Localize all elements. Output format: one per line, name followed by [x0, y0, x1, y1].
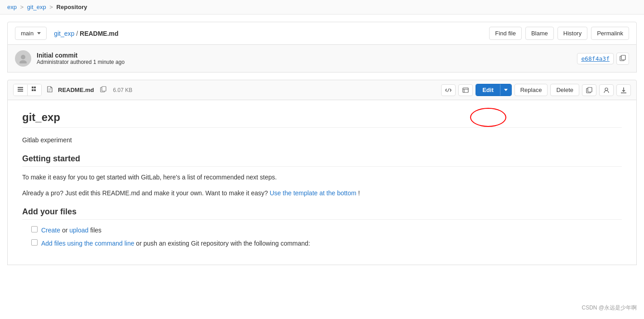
svg-rect-10: [34, 89, 36, 91]
svg-rect-17: [463, 88, 468, 92]
svg-rect-9: [32, 89, 34, 91]
raw-view-button[interactable]: [458, 84, 473, 96]
file-info-left: README.md 6.07 KB: [13, 84, 132, 96]
readme-list: Create or upload files Add files using t…: [31, 225, 622, 248]
breadcrumb-git-exp[interactable]: git_exp: [27, 4, 46, 10]
edit-dropdown-button[interactable]: [500, 84, 511, 96]
avatar: [15, 50, 31, 67]
copy-filename-button[interactable]: [98, 85, 108, 95]
svg-rect-3: [621, 55, 625, 60]
svg-rect-15: [102, 87, 106, 91]
section1-text2: Already a pro? Just edit this README.md …: [22, 188, 622, 198]
delete-button[interactable]: Delete: [550, 84, 579, 96]
file-path: git_exp / README.md: [54, 30, 118, 37]
commit-hash: e68f4a3f: [577, 53, 629, 65]
branch-dropdown-button[interactable]: main: [15, 27, 47, 40]
edit-dropdown-chevron-icon: [504, 89, 508, 91]
file-info-bar: README.md 6.07 KB: [7, 80, 637, 100]
section1-title: Getting started: [22, 154, 622, 167]
section1-text: To make it easy for you to get started w…: [22, 172, 622, 182]
file-size: 6.07 KB: [113, 87, 132, 93]
code-view-button[interactable]: [441, 84, 456, 96]
svg-rect-4: [18, 87, 23, 88]
svg-rect-7: [32, 87, 34, 88]
svg-rect-8: [34, 87, 36, 88]
list-item-1-files: files: [90, 227, 101, 234]
svg-rect-6: [18, 91, 23, 92]
commit-hash-link[interactable]: e68f4a3f: [577, 53, 614, 64]
list-item-2-rest: or push an existing Git repository with …: [136, 240, 310, 247]
header-actions: Find file Blame History Permalink: [489, 27, 629, 40]
section2-title: Add your files: [22, 207, 622, 220]
blame-button[interactable]: Blame: [525, 27, 554, 40]
create-link[interactable]: Create: [41, 227, 60, 234]
replace-button[interactable]: Replace: [514, 84, 548, 96]
edit-button-group: Edit Open in Web IDE Quickly and easily …: [476, 84, 512, 96]
list-view-button[interactable]: [14, 84, 27, 96]
svg-point-22: [605, 88, 608, 91]
svg-line-16: [447, 88, 449, 92]
blame-icon-button[interactable]: [599, 84, 614, 96]
breadcrumb-sep-1: >: [20, 4, 24, 10]
svg-point-0: [21, 55, 25, 59]
breadcrumb-current: Repository: [57, 4, 87, 10]
commit-details: Initial commit Administrator authored 1 …: [37, 52, 125, 65]
file-info-right: Edit Open in Web IDE Quickly and easily …: [441, 84, 631, 96]
section1-text2-before: Already a pro? Just edit this README.md …: [22, 189, 268, 197]
command-line-link[interactable]: Add files using the command line: [41, 240, 134, 247]
copy-hash-button[interactable]: [616, 53, 629, 65]
grid-view-button[interactable]: [28, 84, 41, 96]
file-path-sep: /: [76, 30, 80, 37]
file-name-label: README.md: [58, 87, 94, 93]
svg-rect-5: [18, 89, 23, 90]
upload-link[interactable]: upload: [69, 227, 88, 234]
permalink-button[interactable]: Permalink: [591, 27, 629, 40]
readme-content: git_exp Gitlab experiment Getting starte…: [22, 111, 622, 248]
list-item-1: Create or upload files: [31, 225, 622, 235]
list-item-1-or: or: [62, 227, 69, 234]
commit-bar: Initial commit Administrator authored 1 …: [7, 45, 637, 72]
commit-action: authored: [70, 59, 93, 65]
breadcrumb-sep-2: >: [49, 4, 53, 10]
list-item-2-text: Add files using the command line or push…: [41, 238, 310, 248]
commit-title: Initial commit: [37, 52, 125, 59]
file-path-filename: README.md: [80, 30, 119, 37]
breadcrumb: exp > git_exp > Repository: [0, 0, 644, 14]
svg-point-1: [19, 60, 27, 63]
file-path-project[interactable]: git_exp: [54, 30, 74, 37]
readme-subtitle: Gitlab experiment: [22, 135, 622, 145]
edit-main-button[interactable]: Edit: [476, 84, 500, 96]
section1-text2-after: !: [358, 189, 360, 197]
list-item-1-text: Create or upload files: [41, 225, 101, 235]
view-toggle: [13, 84, 42, 96]
breadcrumb-exp[interactable]: exp: [7, 4, 17, 10]
file-icon: [46, 86, 53, 94]
template-link[interactable]: Use the template at the bottom: [270, 189, 356, 197]
checkbox-2: [31, 239, 38, 246]
checkbox-1: [31, 226, 38, 232]
file-content: git_exp Gitlab experiment Getting starte…: [7, 100, 637, 265]
readme-title: git_exp: [22, 111, 622, 128]
branch-chevron-icon: [37, 32, 41, 34]
commit-time: 1 minute ago: [93, 59, 125, 65]
download-button[interactable]: [616, 84, 631, 96]
svg-rect-21: [588, 87, 592, 92]
list-item-2: Add files using the command line or push…: [31, 238, 622, 248]
branch-name: main: [21, 30, 34, 37]
file-header: main git_exp / README.md Find file Blame…: [7, 22, 637, 45]
find-file-button[interactable]: Find file: [489, 27, 522, 40]
history-button[interactable]: History: [557, 27, 587, 40]
branch-selector: main git_exp / README.md: [15, 27, 119, 40]
commit-meta: Administrator authored 1 minute ago: [37, 59, 125, 65]
copy-content-button[interactable]: [582, 84, 596, 96]
commit-author: Administrator: [37, 59, 69, 65]
commit-info: Initial commit Administrator authored 1 …: [15, 50, 125, 67]
